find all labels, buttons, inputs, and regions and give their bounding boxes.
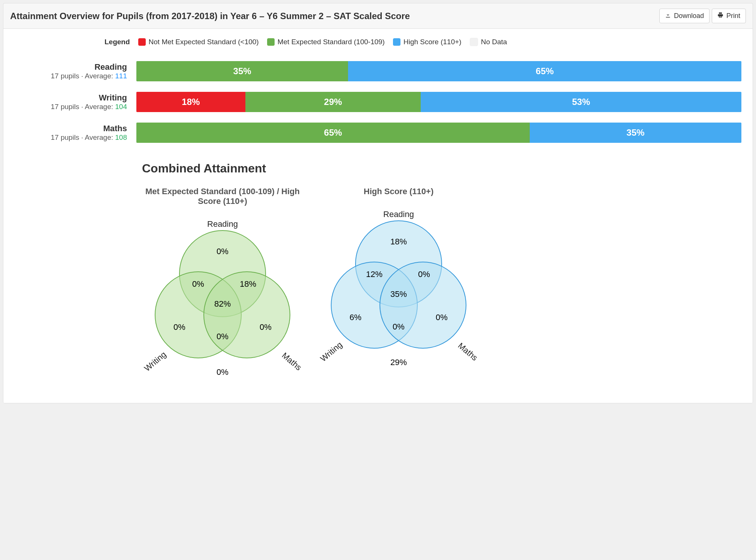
stacked-bar[interactable]: 65%35% bbox=[136, 123, 741, 143]
svg-text:Writing: Writing bbox=[142, 350, 168, 373]
swatch-red bbox=[138, 38, 146, 46]
subject-label: Maths 17 pupils · Average: 108 bbox=[15, 124, 127, 142]
venn-block: High Score (110+) Reading Writing Maths … bbox=[318, 187, 479, 388]
svg-text:Reading: Reading bbox=[207, 219, 238, 229]
bar-segment[interactable]: 29% bbox=[245, 92, 421, 112]
svg-text:6%: 6% bbox=[350, 313, 362, 322]
attainment-panel: Attainment Overview for Pupils (from 201… bbox=[3, 3, 753, 403]
print-icon bbox=[717, 12, 723, 20]
svg-text:18%: 18% bbox=[240, 279, 256, 289]
svg-text:0%: 0% bbox=[192, 279, 204, 289]
download-label: Download bbox=[674, 12, 704, 20]
svg-text:35%: 35% bbox=[390, 289, 407, 299]
subject-row: Reading 17 pupils · Average: 11135%65% bbox=[15, 61, 741, 81]
svg-text:0%: 0% bbox=[393, 322, 405, 331]
venn-diagram[interactable]: Reading Writing Maths 18% 6% 0% 12% 0% 0… bbox=[318, 200, 479, 376]
bar-segment[interactable]: 65% bbox=[348, 61, 741, 81]
legend-item: No Data bbox=[470, 38, 507, 46]
swatch-blue bbox=[393, 38, 400, 46]
svg-text:82%: 82% bbox=[214, 299, 231, 308]
svg-text:0%: 0% bbox=[217, 247, 229, 256]
panel-header: Attainment Overview for Pupils (from 201… bbox=[3, 3, 753, 29]
bar-segment[interactable]: 53% bbox=[421, 92, 741, 112]
svg-text:18%: 18% bbox=[390, 237, 407, 246]
legend-title: Legend bbox=[105, 38, 130, 46]
bar-segment[interactable]: 65% bbox=[136, 123, 530, 143]
stacked-bar[interactable]: 18%29%53% bbox=[136, 92, 741, 112]
svg-text:0%: 0% bbox=[217, 367, 229, 377]
svg-text:Maths: Maths bbox=[280, 350, 303, 372]
venn-subtitle: High Score (110+) bbox=[320, 187, 477, 196]
page-title: Attainment Overview for Pupils (from 201… bbox=[10, 11, 410, 21]
combined-title: Combined Attainment bbox=[142, 162, 741, 175]
print-label: Print bbox=[726, 12, 740, 20]
subject-meta: 17 pupils · Average: 104 bbox=[15, 103, 127, 111]
print-button[interactable]: Print bbox=[712, 9, 746, 23]
subject-bars: Reading 17 pupils · Average: 11135%65%Wr… bbox=[15, 61, 741, 143]
venn-diagram[interactable]: Reading Writing Maths 0% 0% 0% 0% 18% 0%… bbox=[142, 210, 303, 386]
subject-name: Maths bbox=[15, 124, 127, 133]
subject-row: Maths 17 pupils · Average: 10865%35% bbox=[15, 123, 741, 143]
bar-segment[interactable]: 35% bbox=[136, 61, 348, 81]
subject-name: Reading bbox=[15, 62, 127, 72]
average-value: 108 bbox=[115, 133, 127, 141]
svg-text:Maths: Maths bbox=[456, 341, 479, 362]
average-value: 111 bbox=[115, 72, 127, 80]
subject-row: Writing 17 pupils · Average: 10418%29%53… bbox=[15, 92, 741, 112]
venn-row: Met Expected Standard (100-109) / High S… bbox=[142, 187, 741, 388]
subject-label: Reading 17 pupils · Average: 111 bbox=[15, 62, 127, 80]
swatch-grey bbox=[470, 38, 478, 46]
subject-name: Writing bbox=[15, 93, 127, 103]
bar-segment[interactable]: 18% bbox=[136, 92, 245, 112]
legend-item: High Score (110+) bbox=[393, 38, 462, 46]
legend: Legend Not Met Expected Standard (<100) … bbox=[105, 38, 741, 46]
venn-block: Met Expected Standard (100-109) / High S… bbox=[142, 187, 303, 388]
subject-meta: 17 pupils · Average: 111 bbox=[15, 72, 127, 80]
svg-text:Writing: Writing bbox=[318, 340, 344, 364]
average-value: 104 bbox=[115, 103, 127, 111]
venn-subtitle: Met Expected Standard (100-109) / High S… bbox=[144, 187, 301, 206]
subject-meta: 17 pupils · Average: 108 bbox=[15, 133, 127, 142]
swatch-green bbox=[267, 38, 275, 46]
legend-item: Met Expected Standard (100-109) bbox=[267, 38, 385, 46]
download-button[interactable]: Download bbox=[659, 9, 710, 23]
svg-text:12%: 12% bbox=[366, 270, 382, 279]
svg-text:0%: 0% bbox=[418, 270, 430, 279]
svg-text:0%: 0% bbox=[217, 332, 229, 341]
header-actions: Download Print bbox=[659, 9, 746, 23]
legend-item: Not Met Expected Standard (<100) bbox=[138, 38, 259, 46]
svg-text:0%: 0% bbox=[173, 322, 185, 332]
svg-text:Reading: Reading bbox=[383, 210, 414, 219]
svg-text:0%: 0% bbox=[436, 313, 448, 322]
stacked-bar[interactable]: 35%65% bbox=[136, 61, 741, 81]
svg-text:29%: 29% bbox=[390, 358, 407, 367]
bar-segment[interactable]: 35% bbox=[530, 123, 741, 143]
svg-text:0%: 0% bbox=[260, 322, 272, 332]
subject-label: Writing 17 pupils · Average: 104 bbox=[15, 93, 127, 111]
panel-body: Legend Not Met Expected Standard (<100) … bbox=[3, 29, 753, 403]
download-icon bbox=[665, 12, 671, 20]
